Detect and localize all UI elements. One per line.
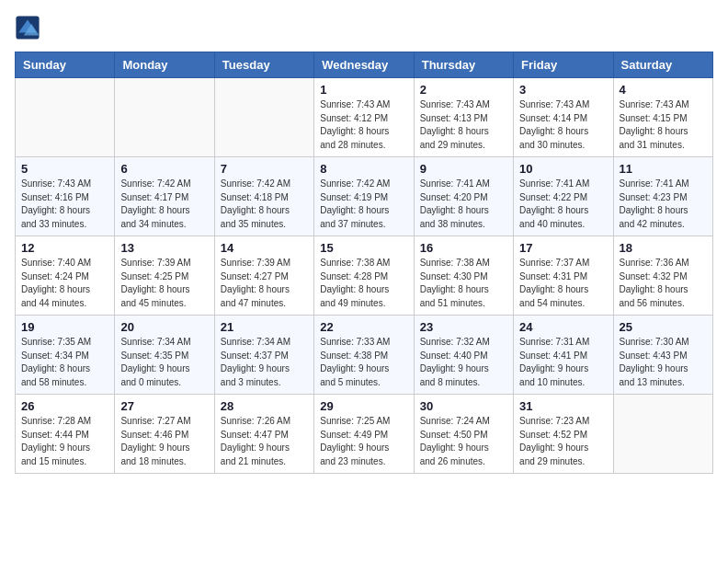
day-number: 13 — [120, 241, 208, 255]
logo — [15, 15, 44, 40]
day-info: Sunrise: 7:42 AM Sunset: 4:17 PM Dayligh… — [120, 178, 208, 231]
day-info: Sunrise: 7:41 AM Sunset: 4:22 PM Dayligh… — [519, 178, 607, 231]
day-info: Sunrise: 7:39 AM Sunset: 4:27 PM Dayligh… — [221, 257, 308, 310]
day-info: Sunrise: 7:30 AM Sunset: 4:43 PM Dayligh… — [620, 336, 707, 389]
day-number: 22 — [320, 320, 407, 334]
day-cell: 12Sunrise: 7:40 AM Sunset: 4:24 PM Dayli… — [16, 236, 115, 316]
day-info: Sunrise: 7:38 AM Sunset: 4:28 PM Dayligh… — [320, 257, 407, 310]
day-info: Sunrise: 7:36 AM Sunset: 4:32 PM Dayligh… — [620, 257, 707, 310]
day-cell — [214, 78, 313, 157]
day-cell: 31Sunrise: 7:23 AM Sunset: 4:52 PM Dayli… — [514, 395, 613, 474]
day-cell: 8Sunrise: 7:42 AM Sunset: 4:19 PM Daylig… — [314, 157, 414, 236]
day-number: 1 — [320, 83, 407, 97]
day-number: 20 — [120, 320, 208, 334]
day-number: 9 — [420, 162, 507, 176]
day-number: 10 — [519, 162, 607, 176]
day-cell: 23Sunrise: 7:32 AM Sunset: 4:40 PM Dayli… — [414, 316, 513, 395]
day-number: 14 — [221, 241, 308, 255]
day-cell: 24Sunrise: 7:31 AM Sunset: 4:41 PM Dayli… — [514, 316, 613, 395]
day-info: Sunrise: 7:27 AM Sunset: 4:46 PM Dayligh… — [120, 415, 208, 468]
week-row-1: 1Sunrise: 7:43 AM Sunset: 4:12 PM Daylig… — [16, 78, 713, 157]
weekday-header-row: SundayMondayTuesdayWednesdayThursdayFrid… — [16, 52, 713, 78]
day-cell: 20Sunrise: 7:34 AM Sunset: 4:35 PM Dayli… — [115, 316, 214, 395]
day-number: 12 — [21, 241, 108, 255]
day-cell: 10Sunrise: 7:41 AM Sunset: 4:22 PM Dayli… — [514, 157, 613, 236]
day-info: Sunrise: 7:43 AM Sunset: 4:16 PM Dayligh… — [21, 178, 108, 231]
day-cell: 30Sunrise: 7:24 AM Sunset: 4:50 PM Dayli… — [414, 395, 513, 474]
day-cell: 19Sunrise: 7:35 AM Sunset: 4:34 PM Dayli… — [16, 316, 115, 395]
weekday-header-wednesday: Wednesday — [314, 52, 414, 78]
day-cell: 25Sunrise: 7:30 AM Sunset: 4:43 PM Dayli… — [613, 316, 712, 395]
day-cell — [613, 395, 712, 474]
day-cell — [16, 78, 115, 157]
day-info: Sunrise: 7:34 AM Sunset: 4:35 PM Dayligh… — [120, 336, 208, 389]
week-row-4: 19Sunrise: 7:35 AM Sunset: 4:34 PM Dayli… — [16, 316, 713, 395]
week-row-2: 5Sunrise: 7:43 AM Sunset: 4:16 PM Daylig… — [16, 157, 713, 236]
day-cell: 5Sunrise: 7:43 AM Sunset: 4:16 PM Daylig… — [16, 157, 115, 236]
day-number: 26 — [21, 399, 108, 413]
day-number: 6 — [120, 162, 208, 176]
day-number: 24 — [519, 320, 607, 334]
day-number: 21 — [221, 320, 308, 334]
day-info: Sunrise: 7:41 AM Sunset: 4:23 PM Dayligh… — [620, 178, 707, 231]
day-cell: 27Sunrise: 7:27 AM Sunset: 4:46 PM Dayli… — [115, 395, 214, 474]
day-number: 16 — [420, 241, 507, 255]
day-info: Sunrise: 7:39 AM Sunset: 4:25 PM Dayligh… — [120, 257, 208, 310]
day-cell: 3Sunrise: 7:43 AM Sunset: 4:14 PM Daylig… — [514, 78, 613, 157]
day-number: 11 — [620, 162, 707, 176]
day-info: Sunrise: 7:42 AM Sunset: 4:19 PM Dayligh… — [320, 178, 407, 231]
day-number: 27 — [120, 399, 208, 413]
calendar-table: SundayMondayTuesdayWednesdayThursdayFrid… — [15, 52, 713, 474]
day-cell: 26Sunrise: 7:28 AM Sunset: 4:44 PM Dayli… — [16, 395, 115, 474]
weekday-header-monday: Monday — [115, 52, 214, 78]
day-cell — [115, 78, 214, 157]
day-number: 19 — [21, 320, 108, 334]
day-number: 15 — [320, 241, 407, 255]
day-cell: 2Sunrise: 7:43 AM Sunset: 4:13 PM Daylig… — [414, 78, 513, 157]
day-cell: 21Sunrise: 7:34 AM Sunset: 4:37 PM Dayli… — [214, 316, 313, 395]
week-row-5: 26Sunrise: 7:28 AM Sunset: 4:44 PM Dayli… — [16, 395, 713, 474]
day-info: Sunrise: 7:34 AM Sunset: 4:37 PM Dayligh… — [221, 336, 308, 389]
week-row-3: 12Sunrise: 7:40 AM Sunset: 4:24 PM Dayli… — [16, 236, 713, 316]
day-info: Sunrise: 7:41 AM Sunset: 4:20 PM Dayligh… — [420, 178, 507, 231]
day-cell: 6Sunrise: 7:42 AM Sunset: 4:17 PM Daylig… — [115, 157, 214, 236]
calendar-body: 1Sunrise: 7:43 AM Sunset: 4:12 PM Daylig… — [16, 78, 713, 474]
day-info: Sunrise: 7:31 AM Sunset: 4:41 PM Dayligh… — [519, 336, 607, 389]
day-number: 18 — [620, 241, 707, 255]
day-cell: 16Sunrise: 7:38 AM Sunset: 4:30 PM Dayli… — [414, 236, 513, 316]
day-number: 3 — [519, 83, 607, 97]
day-info: Sunrise: 7:37 AM Sunset: 4:31 PM Dayligh… — [519, 257, 607, 310]
day-cell: 29Sunrise: 7:25 AM Sunset: 4:49 PM Dayli… — [314, 395, 414, 474]
day-cell: 22Sunrise: 7:33 AM Sunset: 4:38 PM Dayli… — [314, 316, 414, 395]
day-info: Sunrise: 7:42 AM Sunset: 4:18 PM Dayligh… — [221, 178, 308, 231]
day-info: Sunrise: 7:43 AM Sunset: 4:13 PM Dayligh… — [420, 98, 507, 152]
day-cell: 1Sunrise: 7:43 AM Sunset: 4:12 PM Daylig… — [314, 78, 414, 157]
day-info: Sunrise: 7:35 AM Sunset: 4:34 PM Dayligh… — [21, 336, 108, 389]
day-number: 7 — [221, 162, 308, 176]
day-number: 2 — [420, 83, 507, 97]
day-info: Sunrise: 7:23 AM Sunset: 4:52 PM Dayligh… — [519, 415, 607, 468]
day-cell: 11Sunrise: 7:41 AM Sunset: 4:23 PM Dayli… — [613, 157, 712, 236]
day-info: Sunrise: 7:24 AM Sunset: 4:50 PM Dayligh… — [420, 415, 507, 468]
day-cell: 18Sunrise: 7:36 AM Sunset: 4:32 PM Dayli… — [613, 236, 712, 316]
day-cell: 7Sunrise: 7:42 AM Sunset: 4:18 PM Daylig… — [214, 157, 313, 236]
day-number: 4 — [620, 83, 707, 97]
day-cell: 28Sunrise: 7:26 AM Sunset: 4:47 PM Dayli… — [214, 395, 313, 474]
day-info: Sunrise: 7:40 AM Sunset: 4:24 PM Dayligh… — [21, 257, 108, 310]
day-info: Sunrise: 7:32 AM Sunset: 4:40 PM Dayligh… — [420, 336, 507, 389]
day-info: Sunrise: 7:33 AM Sunset: 4:38 PM Dayligh… — [320, 336, 407, 389]
day-cell: 17Sunrise: 7:37 AM Sunset: 4:31 PM Dayli… — [514, 236, 613, 316]
day-info: Sunrise: 7:28 AM Sunset: 4:44 PM Dayligh… — [21, 415, 108, 468]
weekday-header-sunday: Sunday — [16, 52, 115, 78]
day-cell: 9Sunrise: 7:41 AM Sunset: 4:20 PM Daylig… — [414, 157, 513, 236]
day-info: Sunrise: 7:43 AM Sunset: 4:15 PM Dayligh… — [620, 98, 707, 152]
weekday-header-saturday: Saturday — [613, 52, 712, 78]
logo-icon — [15, 15, 40, 40]
day-number: 8 — [320, 162, 407, 176]
header — [15, 15, 713, 40]
day-number: 17 — [519, 241, 607, 255]
day-info: Sunrise: 7:38 AM Sunset: 4:30 PM Dayligh… — [420, 257, 507, 310]
day-info: Sunrise: 7:43 AM Sunset: 4:14 PM Dayligh… — [519, 98, 607, 152]
day-number: 28 — [221, 399, 308, 413]
weekday-header-tuesday: Tuesday — [214, 52, 313, 78]
